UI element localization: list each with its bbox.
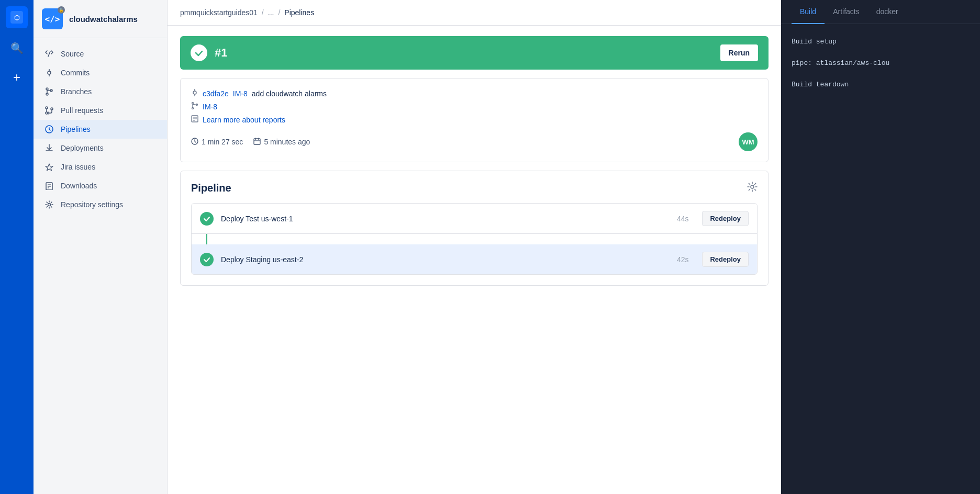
- svg-rect-27: [254, 139, 260, 144]
- branches-icon: [44, 87, 54, 96]
- source-icon: [44, 50, 54, 58]
- repo-name: cloudwatchalarms: [69, 15, 138, 24]
- svg-point-15: [48, 204, 51, 206]
- log-line-1: Build setup: [792, 37, 970, 48]
- main-content: pmmquickstartguides01 / ... / Pipelines …: [168, 0, 781, 494]
- svg-point-16: [193, 91, 196, 94]
- sidebar-item-pipelines[interactable]: Pipelines: [34, 120, 167, 139]
- duration-item: 1 min 27 sec: [191, 138, 243, 147]
- search-icon[interactable]: 🔍: [7, 39, 26, 58]
- build-detail-card: c3dfa2e IM-8 add cloudwatch alarms IM-8: [180, 78, 769, 162]
- repo-settings-icon: [44, 200, 54, 209]
- branches-label: Branches: [61, 87, 92, 96]
- add-icon[interactable]: +: [7, 68, 26, 87]
- deployments-icon: [44, 144, 54, 152]
- sidebar-item-branches[interactable]: Branches: [34, 82, 167, 101]
- main-body: #1 Rerun c3dfa2e IM-8 add cloudwatch ala…: [168, 26, 781, 494]
- pipeline-title: Pipeline: [191, 182, 231, 194]
- commit-icon: [191, 89, 198, 98]
- right-panel-body: Build setup pipe: atlassian/aws-clou Bui…: [781, 24, 980, 494]
- reports-link[interactable]: Learn more about reports: [203, 116, 285, 124]
- build-commit-row: c3dfa2e IM-8 add cloudwatch alarms: [191, 89, 758, 98]
- step-check-icon-2: [200, 253, 214, 266]
- tab-artifacts[interactable]: Artifacts: [825, 0, 868, 24]
- sidebar-item-jira[interactable]: Jira issues: [34, 158, 167, 176]
- log-line-3: Build teardown: [792, 80, 970, 91]
- build-branch-row: IM-8: [191, 102, 758, 111]
- duration-text: 1 min 27 sec: [202, 138, 243, 146]
- redeploy-button-2[interactable]: Redeploy: [702, 252, 749, 267]
- step-connector: [206, 234, 207, 244]
- breadcrumb-sep-1: /: [262, 8, 264, 17]
- jira-icon: [44, 163, 54, 171]
- commit-hash[interactable]: c3dfa2e: [203, 89, 229, 98]
- sidebar-item-repo-settings[interactable]: Repository settings: [34, 195, 167, 214]
- commits-label: Commits: [61, 69, 90, 77]
- breadcrumb-current: Pipelines: [284, 8, 314, 17]
- build-reports-row: Learn more about reports: [191, 115, 758, 124]
- step-duration-2: 42s: [677, 255, 689, 264]
- pull-requests-label: Pull requests: [61, 106, 103, 115]
- breadcrumb-sep-2: /: [278, 8, 280, 17]
- breadcrumb-ellipsis[interactable]: ...: [268, 8, 274, 17]
- right-panel: Build Artifacts docker Build setup pipe:…: [781, 0, 980, 494]
- step-name-2: Deploy Staging us-east-2: [221, 255, 670, 264]
- time-ago-text: 5 minutes ago: [264, 138, 310, 146]
- step-name-1: Deploy Test us-west-1: [221, 215, 670, 223]
- svg-point-31: [751, 185, 754, 188]
- reports-icon: [191, 115, 198, 124]
- deployments-label: Deployments: [61, 144, 104, 152]
- right-panel-tabs: Build Artifacts docker: [781, 0, 980, 24]
- sidebar-item-deployments[interactable]: Deployments: [34, 139, 167, 158]
- downloads-label: Downloads: [61, 182, 97, 190]
- downloads-icon: [44, 182, 54, 190]
- avatar-initials: WM: [742, 138, 754, 146]
- pipeline-card: Pipeline: [180, 171, 769, 286]
- jira-label: Jira issues: [61, 163, 95, 171]
- user-avatar: WM: [739, 132, 758, 151]
- branch-icon: [191, 102, 198, 111]
- breadcrumb-repo[interactable]: pmmquickstartguides01: [180, 8, 258, 17]
- build-number: #1: [215, 46, 227, 60]
- rerun-button[interactable]: Rerun: [720, 44, 758, 61]
- tab-build[interactable]: Build: [792, 0, 825, 24]
- pipeline-step-deploy-test: Deploy Test us-west-1 44s Redeploy: [192, 204, 757, 234]
- repo-sidebar: </> 🔒 cloudwatchalarms Source Com: [34, 0, 168, 494]
- pipeline-step-deploy-staging: Deploy Staging us-east-2 42s Redeploy: [192, 244, 757, 274]
- sidebar-item-commits[interactable]: Commits: [34, 63, 167, 82]
- breadcrumb: pmmquickstartguides01 / ... / Pipelines: [168, 0, 781, 26]
- calendar-icon: [253, 138, 261, 147]
- source-label: Source: [61, 50, 84, 58]
- lock-badge: 🔒: [58, 6, 65, 14]
- pipeline-steps: Deploy Test us-west-1 44s Redeploy Deplo…: [191, 203, 758, 275]
- tab-docker[interactable]: docker: [868, 0, 907, 24]
- sidebar-item-pull-requests[interactable]: Pull requests: [34, 101, 167, 120]
- pull-requests-icon: [44, 106, 54, 115]
- sidebar-item-source[interactable]: Source: [34, 44, 167, 63]
- repo-header: </> 🔒 cloudwatchalarms: [34, 0, 167, 38]
- commit-issue[interactable]: IM-8: [233, 89, 248, 98]
- repo-settings-label: Repository settings: [61, 200, 123, 209]
- commits-icon: [44, 69, 54, 77]
- sidebar-item-downloads[interactable]: Downloads: [34, 176, 167, 195]
- bitbucket-logo[interactable]: ⬡: [6, 6, 28, 28]
- step-check-icon: [200, 212, 214, 226]
- svg-point-2: [48, 71, 51, 74]
- repo-icon: </> 🔒: [42, 8, 63, 29]
- icon-sidebar: ⬡ 🔍 +: [0, 0, 34, 494]
- step-duration-1: 44s: [677, 215, 689, 223]
- build-status-left: #1: [191, 44, 227, 61]
- branch-issue[interactable]: IM-8: [203, 103, 217, 111]
- sidebar-nav: Source Commits Br: [34, 38, 167, 494]
- redeploy-button-1[interactable]: Redeploy: [702, 211, 749, 226]
- commit-message: add cloudwatch alarms: [252, 89, 327, 98]
- pipelines-label: Pipelines: [61, 125, 91, 133]
- build-status-card: #1 Rerun: [180, 36, 769, 70]
- svg-text:⬡: ⬡: [14, 14, 20, 21]
- duration-icon: [191, 138, 198, 147]
- pipeline-card-header: Pipeline: [191, 182, 758, 195]
- pipeline-settings-icon[interactable]: [747, 182, 758, 195]
- build-check-icon: [191, 44, 207, 61]
- log-line-2: pipe: atlassian/aws-clou: [792, 58, 970, 69]
- time-ago-item: 5 minutes ago: [253, 138, 310, 147]
